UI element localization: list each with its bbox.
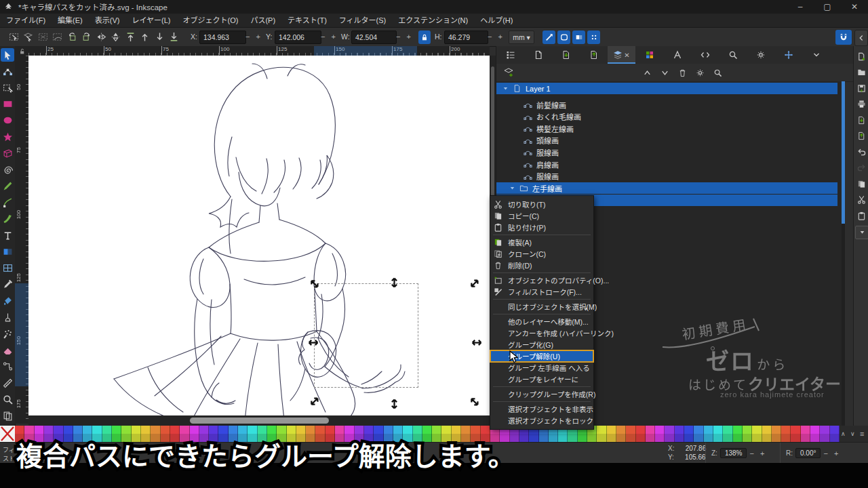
undo-button[interactable] [855, 146, 867, 158]
context-menu-item[interactable]: 切り取り(T) [490, 199, 593, 210]
minimize-button[interactable]: – [787, 0, 814, 14]
box-3d-tool[interactable] [1, 146, 14, 160]
color-swatch[interactable] [161, 426, 170, 434]
dialog-tab-objects-list[interactable] [496, 46, 524, 64]
color-swatch[interactable] [820, 434, 829, 442]
height-stepper[interactable]: − + [488, 33, 505, 41]
color-swatch[interactable] [432, 426, 441, 434]
context-menu-item[interactable]: 複製(A) [490, 237, 593, 248]
color-swatch[interactable] [781, 434, 791, 442]
lower-button[interactable] [153, 30, 166, 43]
color-swatch[interactable] [713, 434, 723, 442]
scale-corners-toggle-button[interactable] [557, 30, 570, 44]
context-menu-item[interactable]: フィル/ストローク(F)... [490, 286, 593, 298]
color-swatch[interactable] [413, 426, 422, 434]
flip-horizontal-button[interactable] [94, 30, 108, 43]
color-swatch[interactable] [626, 426, 635, 434]
color-swatch[interactable] [597, 426, 606, 434]
context-menu-item[interactable]: グループ解除(U) [490, 350, 593, 362]
maximize-button[interactable]: ▢ [814, 0, 841, 14]
color-swatch[interactable] [471, 426, 480, 434]
dialog-tab-transform-dialog[interactable] [774, 46, 802, 64]
color-swatch[interactable] [277, 426, 286, 434]
add-layer-button[interactable] [502, 66, 515, 79]
tweak-tool[interactable] [1, 310, 14, 324]
lower-layer-button[interactable] [658, 66, 671, 79]
color-swatch[interactable] [607, 434, 616, 442]
context-menu-item[interactable]: オブジェクトのプロパティ(O)... [490, 274, 593, 286]
color-swatch[interactable] [102, 426, 112, 434]
layer-row[interactable]: Layer 1 [496, 83, 837, 94]
color-swatch[interactable] [170, 426, 180, 434]
ruler-corner[interactable] [15, 46, 28, 56]
color-swatch[interactable] [646, 434, 655, 442]
color-swatch[interactable] [54, 426, 63, 434]
lock-ratio-button[interactable] [418, 30, 431, 44]
layer-row[interactable]: 肩線画 [496, 159, 837, 170]
menu-5[interactable]: オブジェクト(O) [177, 14, 245, 27]
color-swatch[interactable] [384, 426, 393, 434]
cut-button[interactable] [855, 194, 867, 206]
horizontal-scrollbar-thumb[interactable] [190, 418, 329, 424]
dialog-tab-swatches[interactable] [635, 46, 663, 64]
color-swatch[interactable] [578, 434, 587, 442]
mesh-gradient-tool[interactable] [1, 262, 14, 275]
pages-tool[interactable] [1, 409, 14, 422]
scale-stroke-toggle-button[interactable] [542, 30, 555, 44]
horizontal-scrollbar[interactable] [28, 415, 490, 426]
color-swatch[interactable] [374, 426, 383, 434]
dialog-tab-more-tabs[interactable] [802, 46, 830, 64]
context-menu-item[interactable]: コピー(C) [490, 210, 593, 222]
context-menu-item[interactable]: 選択オブジェクトをロック [490, 415, 593, 426]
menu-9[interactable]: エクステンション(N) [392, 14, 474, 27]
rotate-cw-button[interactable] [80, 30, 94, 43]
color-swatch[interactable] [607, 426, 616, 434]
horizontal-ruler[interactable]: 255075100125150175200 [28, 46, 490, 56]
color-swatch[interactable] [481, 426, 490, 434]
color-swatch[interactable] [587, 434, 597, 442]
rotate-ccw-button[interactable] [65, 30, 79, 43]
color-swatch[interactable] [655, 426, 665, 434]
color-swatch[interactable] [461, 426, 471, 434]
height-field[interactable]: 46.279 [444, 30, 488, 44]
color-swatch[interactable] [830, 434, 840, 442]
color-swatch[interactable] [190, 426, 199, 434]
color-swatch[interactable] [762, 434, 772, 442]
context-menu-item[interactable]: グループをレイヤーに [490, 373, 593, 385]
raise-layer-button[interactable] [640, 66, 654, 79]
measure-tool[interactable] [1, 376, 14, 390]
delete-button[interactable] [675, 66, 689, 79]
color-swatch[interactable] [267, 426, 277, 434]
color-swatch[interactable] [112, 426, 121, 434]
color-swatch[interactable] [315, 426, 325, 434]
width-stepper[interactable]: − + [396, 33, 413, 41]
color-swatch[interactable] [704, 426, 713, 434]
color-swatch[interactable] [646, 426, 655, 434]
color-swatch[interactable] [791, 434, 800, 442]
color-swatch[interactable] [791, 426, 800, 434]
vertical-ruler[interactable]: 5075100125150175 [15, 56, 28, 424]
dialog-tab-layers-tab[interactable]: ✕ [608, 46, 635, 64]
color-swatch[interactable] [820, 426, 829, 434]
color-swatch[interactable] [344, 426, 354, 434]
color-swatch[interactable] [403, 426, 412, 434]
context-menu-item[interactable]: 選択オブジェクトを非表示 [490, 403, 593, 415]
color-swatch[interactable] [801, 434, 810, 442]
color-swatch[interactable] [810, 434, 820, 442]
color-swatch[interactable] [24, 426, 34, 434]
color-swatch[interactable] [558, 434, 568, 442]
dialog-tab-export[interactable] [580, 46, 608, 64]
bezier-pen-tool[interactable] [1, 196, 14, 209]
color-swatch[interactable] [92, 426, 102, 434]
color-swatch[interactable] [364, 426, 374, 434]
dialog-tab-xml-editor[interactable] [691, 46, 719, 64]
color-swatch[interactable] [636, 426, 646, 434]
zoom-tool[interactable] [1, 392, 14, 406]
node-tool[interactable] [1, 64, 14, 78]
color-swatch[interactable] [218, 426, 228, 434]
color-swatch[interactable] [772, 426, 781, 434]
unit-dropdown[interactable]: mm ▾ [509, 30, 534, 44]
color-swatch[interactable] [258, 426, 267, 434]
color-swatch[interactable] [675, 434, 684, 442]
toolbar-collapse-button[interactable] [854, 30, 868, 46]
